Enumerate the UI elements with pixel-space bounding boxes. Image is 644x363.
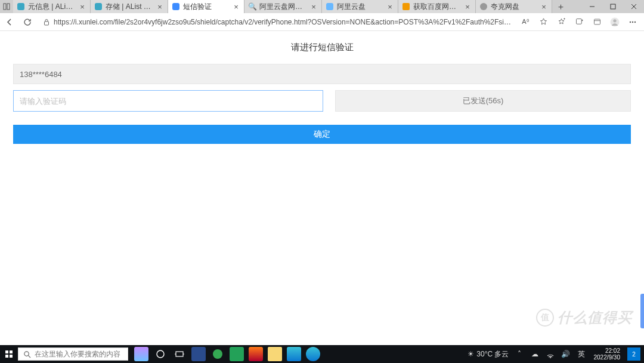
svg-line-24 xyxy=(28,355,30,358)
taskbar-app-2[interactable] xyxy=(210,347,225,361)
svg-point-25 xyxy=(157,350,164,358)
svg-point-18 xyxy=(634,21,636,22)
close-tab-icon[interactable]: × xyxy=(156,2,164,11)
tab-alist-meta[interactable]: 元信息 | AList 管理 × xyxy=(13,0,91,13)
notification-count: 2 xyxy=(632,351,636,358)
window-maximize-button[interactable] xyxy=(602,0,623,13)
weather-widget[interactable]: ☀ 30°C 多云 xyxy=(467,349,509,359)
svg-rect-21 xyxy=(5,355,8,358)
refresh-button[interactable] xyxy=(21,16,33,28)
svg-point-17 xyxy=(632,21,633,22)
tab-label: 元信息 | AList 管理 xyxy=(28,2,75,12)
svg-rect-19 xyxy=(5,350,8,353)
svg-point-15 xyxy=(613,19,616,22)
collections-icon xyxy=(575,17,584,26)
tab-baidu-token[interactable]: 获取百度网盘刷新令 × xyxy=(398,0,476,13)
confirm-button[interactable]: 确定 xyxy=(13,125,631,144)
sun-icon: ☀ xyxy=(467,350,474,358)
circle-icon xyxy=(156,349,165,359)
extensions-button[interactable] xyxy=(592,17,602,27)
svg-rect-6 xyxy=(45,21,49,25)
close-tab-icon[interactable]: × xyxy=(386,2,394,11)
tab-alist-storage[interactable]: 存储 | AList 管理 × xyxy=(91,0,168,13)
taskview-icon xyxy=(175,349,184,359)
svg-rect-3 xyxy=(611,4,615,9)
read-aloud-button[interactable]: A⁰ xyxy=(520,17,531,27)
close-tab-icon[interactable]: × xyxy=(540,2,548,11)
svg-rect-9 xyxy=(576,19,581,24)
close-tab-icon[interactable]: × xyxy=(463,2,472,11)
svg-rect-22 xyxy=(10,355,13,358)
favicon-aliyun-icon xyxy=(326,2,334,11)
clock-date: 2022/9/30 xyxy=(594,354,621,361)
tray-cloud-icon[interactable]: ☁ xyxy=(530,349,540,359)
taskbar-app-4[interactable] xyxy=(249,347,263,361)
taskbar-cortana[interactable] xyxy=(153,347,168,361)
favicon-search-icon: 🔍 xyxy=(248,2,256,11)
tab-quark[interactable]: 夸克网盘 × xyxy=(476,0,552,13)
tab-label: 存储 | AList 管理 xyxy=(106,2,153,12)
menu-button[interactable] xyxy=(627,17,638,27)
taskbar-edge[interactable] xyxy=(306,347,320,361)
taskbar-edge-dev[interactable] xyxy=(287,347,301,361)
profile-button[interactable] xyxy=(609,17,620,27)
window-minimize-button[interactable] xyxy=(581,0,602,13)
svg-point-16 xyxy=(630,21,631,22)
taskbar-app-3[interactable] xyxy=(230,347,244,361)
system-tray: ☀ 30°C 多云 ˄ ☁ 🔊 英 22:02 2022/9/30 2 xyxy=(467,347,644,361)
lock-icon xyxy=(43,19,50,26)
close-tab-icon[interactable]: × xyxy=(78,2,86,11)
svg-point-29 xyxy=(550,357,551,358)
taskbar-search[interactable]: 在这里输入你要搜索的内容 xyxy=(18,347,128,361)
tray-ime[interactable]: 英 xyxy=(576,349,587,359)
taskbar-app-1[interactable] xyxy=(191,347,206,361)
tab-aliyun-search[interactable]: 🔍 阿里云盘网页版 - 搜 × xyxy=(244,0,322,13)
tab-aliyun-drive[interactable]: 阿里云盘 × xyxy=(322,0,398,13)
svg-rect-12 xyxy=(594,19,600,24)
svg-rect-0 xyxy=(4,4,6,10)
tab-sms-verify[interactable]: 短信验证 × xyxy=(168,0,244,13)
favicon-quark-icon xyxy=(479,2,488,11)
collections-button[interactable] xyxy=(574,17,584,27)
search-placeholder: 在这里输入你要搜索的内容 xyxy=(35,349,120,359)
taskbar-clock[interactable]: 22:02 2022/9/30 xyxy=(592,347,623,361)
close-tab-icon[interactable]: × xyxy=(232,2,240,11)
verification-code-input[interactable] xyxy=(13,90,323,112)
favicon-alist-icon xyxy=(17,2,25,11)
arrow-left-icon xyxy=(5,18,14,26)
tab-label: 短信验证 xyxy=(183,2,229,12)
close-tab-icon[interactable]: × xyxy=(309,2,318,11)
star-plus-icon xyxy=(557,17,566,26)
browser-toolbar: https://i.xunlei.com/file/2s2or4vyf6jw2z… xyxy=(0,13,644,31)
favorites-bar-button[interactable] xyxy=(556,17,566,27)
taskbar-app-pic[interactable] xyxy=(134,347,148,361)
tab-label: 夸克网盘 xyxy=(491,2,537,12)
tab-actions-button[interactable] xyxy=(0,0,13,13)
avatar-icon xyxy=(609,17,620,27)
back-button[interactable] xyxy=(4,16,16,28)
taskbar-pinned-apps xyxy=(134,347,320,361)
url-text: https://i.xunlei.com/file/2s2or4vyf6jw2z… xyxy=(54,18,514,26)
tray-network-icon[interactable] xyxy=(545,349,556,359)
send-code-button: 已发送(56s) xyxy=(335,90,631,112)
tray-chevron-up-icon[interactable]: ˄ xyxy=(514,349,525,359)
taskbar-file-explorer[interactable] xyxy=(268,347,282,361)
action-center-button[interactable]: 2 xyxy=(627,347,640,361)
weather-text: 30°C 多云 xyxy=(476,349,509,359)
page-title: 请进行短信验证 xyxy=(13,42,631,53)
windows-icon xyxy=(5,350,13,358)
new-tab-button[interactable]: ＋ xyxy=(552,0,569,13)
favorite-button[interactable] xyxy=(538,17,549,27)
address-bar[interactable]: https://i.xunlei.com/file/2s2or4vyf6jw2z… xyxy=(43,18,514,26)
taskbar-task-view[interactable] xyxy=(172,347,187,361)
window-close-button[interactable] xyxy=(623,0,644,13)
svg-rect-26 xyxy=(176,352,183,356)
start-button[interactable] xyxy=(0,345,18,363)
watermark: 值 什么值得买 xyxy=(536,308,632,327)
refresh-icon xyxy=(23,18,32,26)
tab-label: 获取百度网盘刷新令 xyxy=(413,2,460,12)
tray-volume-icon[interactable]: 🔊 xyxy=(561,349,571,359)
watermark-badge: 值 xyxy=(536,309,554,327)
scrollbar-thumb[interactable] xyxy=(640,294,644,328)
windows-taskbar: 在这里输入你要搜索的内容 ☀ 30°C 多云 ˄ ☁ 🔊 英 xyxy=(0,345,644,363)
